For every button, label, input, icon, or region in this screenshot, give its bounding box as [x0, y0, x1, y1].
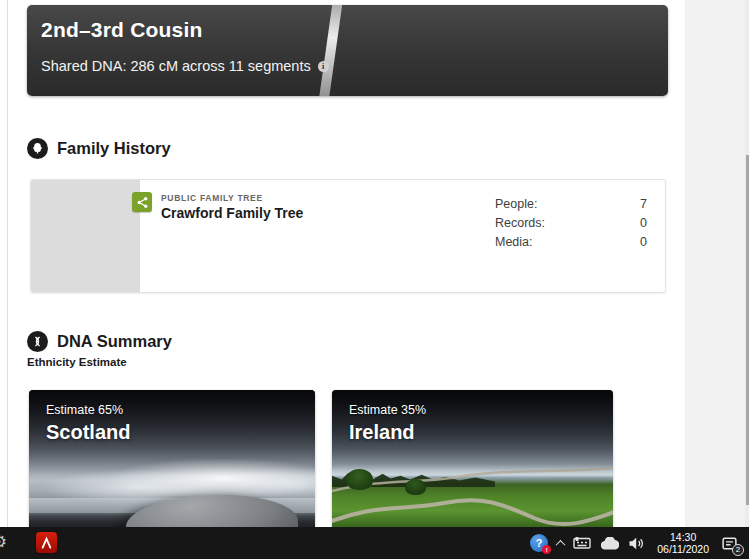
page-left-border: [7, 0, 8, 527]
dna-summary-section-header: DNA Summary: [27, 331, 172, 352]
public-tree-share-icon: [132, 192, 152, 212]
tree-type-label: PUBLIC FAMILY TREE: [161, 193, 263, 203]
tree-stat-row: Records: 0: [495, 214, 647, 233]
region-name: Scotland: [46, 421, 130, 444]
help-notification-icon[interactable]: ? !: [530, 534, 548, 552]
show-hidden-icons-chevron[interactable]: [556, 539, 566, 549]
estimate-percent: Estimate 35%: [349, 403, 426, 417]
help-alert-badge: !: [542, 545, 551, 554]
onedrive-cloud-icon[interactable]: [600, 537, 619, 550]
dna-helix-icon: [27, 331, 48, 352]
relationship-banner: 2nd–3rd Cousin Shared DNA: 286 cM across…: [27, 5, 668, 96]
ethnicity-card-scotland[interactable]: Estimate 65% Scotland: [29, 390, 315, 527]
taskbar: ⚙ ? ! 14:30 06/11/2020: [0, 527, 749, 559]
tree-thumbnail-placeholder: [31, 180, 140, 292]
clock-date: 06/11/2020: [657, 543, 709, 556]
notification-count-badge: 2: [732, 544, 744, 556]
region-name: Ireland: [349, 421, 415, 444]
speaker-icon[interactable]: [628, 536, 645, 551]
family-tree-card[interactable]: PUBLIC FAMILY TREE Crawford Family Tree …: [30, 179, 666, 293]
shared-dna-text: Shared DNA: 286 cM across 11 segments: [41, 58, 311, 74]
family-history-heading: Family History: [57, 139, 171, 158]
tree-stat-row: People: 7: [495, 195, 647, 214]
dna-summary-heading: DNA Summary: [57, 332, 172, 351]
tree-name-link[interactable]: Crawford Family Tree: [161, 205, 303, 221]
ethnicity-estimate-label: Ethnicity Estimate: [27, 356, 127, 368]
family-history-section-header: Family History: [27, 138, 171, 159]
adobe-acrobat-icon[interactable]: [36, 532, 57, 553]
family-tree-icon: [27, 138, 48, 159]
ethnicity-card-ireland[interactable]: Estimate 35% Ireland: [332, 390, 613, 527]
tree-stats: People: 7 Records: 0 Media: 0: [495, 195, 647, 252]
relationship-title: 2nd–3rd Cousin: [41, 18, 668, 42]
action-center-icon[interactable]: 2: [721, 535, 738, 552]
info-icon[interactable]: i: [318, 61, 329, 72]
tree-stat-row: Media: 0: [495, 233, 647, 252]
gear-icon[interactable]: ⚙: [0, 531, 7, 553]
touch-keyboard-icon[interactable]: [573, 536, 591, 550]
estimate-percent: Estimate 65%: [46, 403, 123, 417]
clock-time: 14:30: [657, 531, 709, 544]
taskbar-clock[interactable]: 14:30 06/11/2020: [657, 531, 709, 556]
page-right-margin: [685, 0, 749, 527]
